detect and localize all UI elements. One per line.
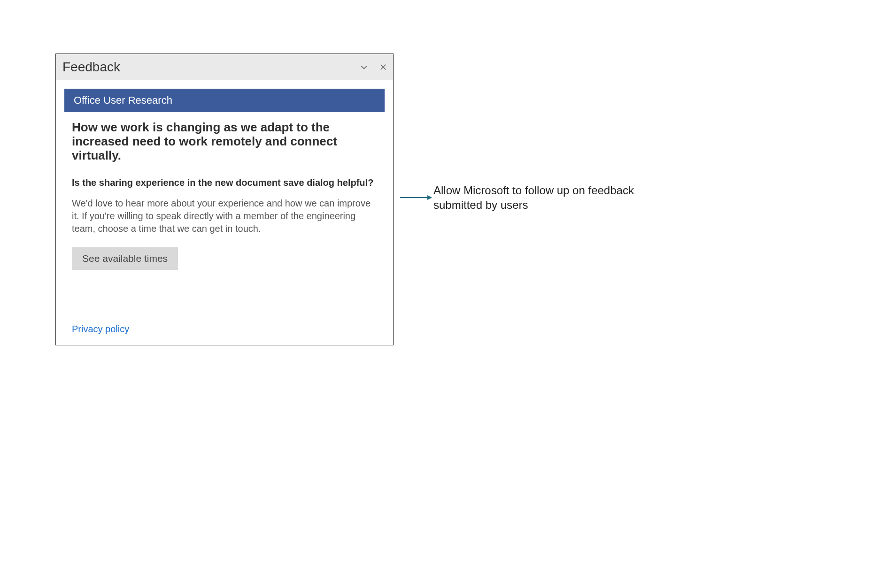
feedback-dialog: Feedback Office User Research How we wor… (55, 53, 394, 345)
dialog-title: Feedback (62, 60, 359, 75)
dialog-heading: How we work is changing as we adapt to t… (64, 121, 385, 163)
privacy-policy-link[interactable]: Privacy policy (64, 324, 137, 336)
research-banner: Office User Research (64, 89, 385, 112)
chevron-down-icon[interactable] (359, 62, 369, 72)
dialog-body-text: We'd love to hear more about your experi… (64, 197, 385, 235)
annotation-text: Allow Microsoft to follow up on feedback… (433, 183, 635, 212)
see-available-times-button[interactable]: See available times (72, 247, 178, 270)
svg-marker-3 (427, 195, 432, 200)
close-icon[interactable] (379, 63, 387, 71)
arrow-icon (398, 195, 432, 200)
dialog-body: Office User Research How we work is chan… (56, 80, 393, 345)
dialog-subheading: Is the sharing experience in the new doc… (64, 177, 385, 189)
dialog-titlebar: Feedback (56, 54, 393, 80)
titlebar-controls (359, 62, 387, 72)
